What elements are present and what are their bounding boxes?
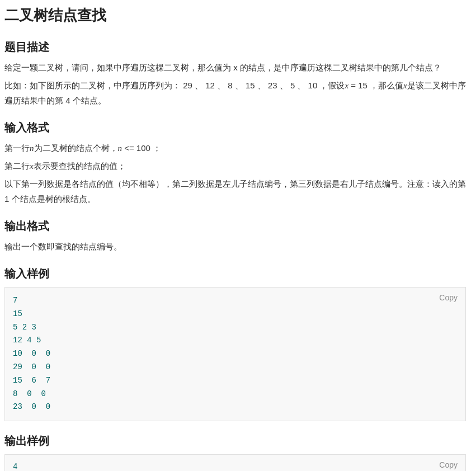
input-format-line2: 第二行x表示要查找的结点的值； [4, 159, 466, 173]
input-format-line1: 第一行n为二叉树的结点个树，n <= 100 ； [4, 141, 466, 156]
problem-para1: 给定一颗二叉树，请问，如果中序遍历这棵二叉树，那么值为 x 的结点，是中序遍历这… [4, 60, 466, 75]
input-format-line3: 以下第一列数据是各结点的值（均不相等），第二列数据是左儿子结点编号，第三列数据是… [4, 177, 466, 206]
section-heading-input-format: 输入格式 [4, 120, 466, 135]
section-heading-problem: 题目描述 [4, 40, 466, 55]
var-x2: x [403, 81, 407, 90]
output-example-block: Copy 4 CSDN @Joseph DeRoss （周曦） [4, 454, 466, 471]
input-example-code: 7 15 5 2 3 12 4 5 10 0 0 29 0 0 15 6 7 8… [13, 294, 426, 414]
section-heading-output-example: 输出样例 [4, 434, 466, 449]
copy-output-button[interactable]: Copy [436, 459, 461, 470]
problem-para2: 比如：如下图所示的二叉树，中序遍历序列为： 29 、 12 、 8 、 15 、… [4, 78, 466, 108]
input-example-block: Copy 7 15 5 2 3 12 4 5 10 0 0 29 0 0 15 … [4, 287, 466, 421]
output-example-code: 4 [13, 460, 426, 471]
section-heading-input-example: 输入样例 [4, 266, 466, 281]
var-n2: n [118, 144, 122, 153]
var-x3: x [30, 162, 34, 171]
page-title: 二叉树结点查找 [4, 6, 466, 27]
output-format-text: 输出一个数即查找的结点编号。 [4, 239, 466, 254]
var-n1: n [30, 144, 34, 153]
section-heading-output-format: 输出格式 [4, 219, 466, 234]
copy-input-button[interactable]: Copy [436, 292, 461, 303]
